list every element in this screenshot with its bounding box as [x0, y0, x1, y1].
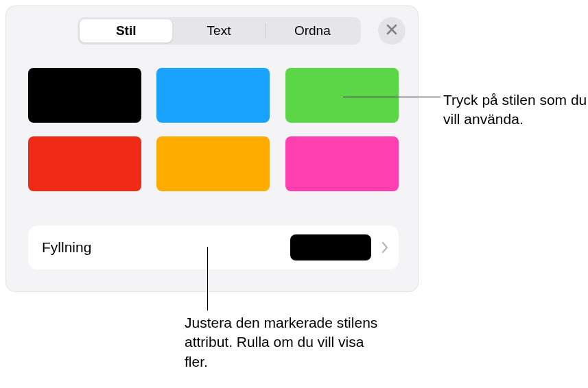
tab-label: Stil — [116, 23, 137, 38]
tab-text[interactable]: Text — [172, 19, 265, 43]
tab-ordna[interactable]: Ordna — [266, 19, 359, 43]
tab-stil[interactable]: Stil — [80, 19, 172, 43]
chevron-right-icon — [381, 241, 389, 254]
style-swatch-grid — [28, 68, 399, 191]
fill-label: Fyllning — [42, 239, 290, 256]
style-swatch-pink[interactable] — [285, 136, 399, 191]
close-icon — [386, 23, 398, 38]
callout-tap-style: Tryck på stilen som du vill använda. — [443, 90, 587, 130]
fill-row[interactable]: Fyllning — [28, 226, 399, 269]
style-swatch-orange[interactable] — [156, 136, 270, 191]
close-button[interactable] — [378, 17, 405, 45]
tab-label: Text — [207, 23, 231, 38]
tab-label: Ordna — [294, 23, 331, 38]
style-swatch-black[interactable] — [28, 68, 141, 123]
format-panel: Stil Text Ordna Fyllning — [5, 5, 419, 292]
callout-line — [343, 97, 440, 97]
style-swatch-green[interactable] — [285, 68, 399, 123]
callout-adjust-attributes: Justera den markerade stilens attribut. … — [185, 313, 384, 372]
style-swatch-blue[interactable] — [156, 68, 270, 123]
style-swatch-red[interactable] — [28, 136, 141, 191]
callout-line — [207, 247, 208, 311]
fill-color-preview — [290, 234, 371, 260]
tab-bar: Stil Text Ordna — [78, 17, 361, 45]
